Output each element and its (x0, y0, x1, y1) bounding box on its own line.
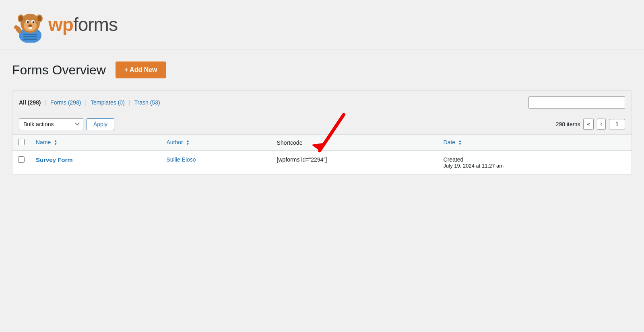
date-value: July 19, 2024 at 11:27 am (444, 163, 626, 169)
page-first-button[interactable]: « (583, 119, 593, 130)
table-header-shortcode: Shortcode (271, 135, 438, 151)
date-status: Created (444, 156, 626, 163)
filter-forms-link[interactable]: Forms (298) (50, 99, 81, 106)
author-sort-arrows: ▲▼ (186, 139, 190, 146)
site-header: wpforms (0, 0, 644, 49)
name-sort-arrows: ▲▼ (54, 139, 57, 146)
shortcode-text: [wpforms id="2294"] (277, 156, 327, 163)
search-input[interactable] (528, 96, 625, 109)
svg-point-13 (33, 21, 35, 23)
bulk-actions-select[interactable]: Bulk actions (19, 118, 83, 130)
filter-all-current: All (298) (19, 99, 41, 106)
filter-links: All (298) | Forms (298) | Templates (0) … (19, 99, 160, 106)
forms-table: Name ▲▼ Author ▲▼ Shortcode (12, 135, 632, 174)
filter-bar: All (298) | Forms (298) | Templates (0) … (12, 91, 632, 114)
items-count: 298 items (556, 121, 580, 127)
logo-text: wpforms (48, 14, 118, 35)
svg-rect-2 (23, 36, 37, 37)
form-name-link[interactable]: Survey Form (36, 156, 73, 163)
table-row: Survey Form Sullie Eloso [wpforms id="22… (12, 151, 632, 175)
svg-rect-1 (23, 34, 37, 35)
svg-rect-3 (23, 39, 37, 40)
filter-trash-link[interactable]: Trash (53) (134, 99, 160, 106)
row-checkbox-cell (12, 151, 30, 175)
svg-point-16 (28, 25, 32, 27)
author-link[interactable]: Sullie Eloso (166, 156, 196, 163)
page-number-input[interactable] (609, 119, 625, 129)
filter-templates-link[interactable]: Templates (0) (91, 99, 125, 106)
table-header-author[interactable]: Author ▲▼ (161, 135, 271, 151)
page-prev-button[interactable]: ‹ (597, 119, 606, 130)
svg-point-20 (14, 25, 18, 29)
row-date-cell: Created July 19, 2024 at 11:27 am (438, 151, 632, 175)
page-title: Forms Overview (12, 63, 106, 78)
table-header-checkbox-col (12, 135, 30, 151)
svg-point-15 (33, 21, 34, 22)
table-header-row: Name ▲▼ Author ▲▼ Shortcode (12, 135, 632, 151)
add-new-button[interactable]: + Add New (116, 61, 166, 78)
svg-point-12 (27, 21, 29, 23)
svg-point-8 (37, 16, 41, 21)
page-title-row: Forms Overview + Add New (12, 61, 632, 78)
forms-table-container: All (298) | Forms (298) | Templates (0) … (12, 90, 632, 175)
apply-button[interactable]: Apply (87, 118, 114, 130)
bulk-actions-bar: Bulk actions Apply 298 items « ‹ (12, 114, 632, 135)
row-checkbox[interactable] (18, 156, 25, 163)
table-header-name[interactable]: Name ▲▼ (30, 135, 161, 151)
beaver-mascot-icon (12, 6, 48, 43)
bulk-actions-left: Bulk actions Apply (19, 118, 114, 130)
row-author-cell: Sullie Eloso (161, 151, 271, 175)
wpforms-logo: wpforms (12, 6, 118, 43)
main-content: Forms Overview + Add New All (298) | For… (0, 49, 644, 187)
svg-point-7 (19, 16, 23, 21)
bulk-actions-right: 298 items « ‹ (556, 119, 625, 130)
select-all-checkbox[interactable] (18, 139, 25, 145)
date-sort-arrows: ▲▼ (458, 139, 462, 146)
row-name-cell: Survey Form (30, 151, 161, 175)
table-header-date[interactable]: Date ▲▼ (438, 135, 632, 151)
row-shortcode-cell: [wpforms id="2294"] (271, 151, 438, 175)
svg-point-14 (28, 21, 29, 22)
